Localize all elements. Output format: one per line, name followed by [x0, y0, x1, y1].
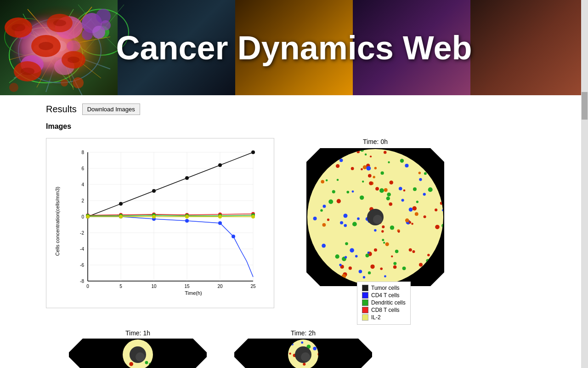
- svg-text:-6: -6: [80, 263, 84, 268]
- scrollbar[interactable]: [581, 0, 588, 368]
- svg-text:Time(h): Time(h): [185, 290, 202, 296]
- legend: Tumor cells CD4 T cells Dendritic cells …: [357, 282, 411, 325]
- svg-text:-8: -8: [80, 279, 84, 284]
- legend-item-cd4: CD4 T cells: [362, 292, 406, 299]
- time1-label: Time: 1h: [125, 329, 150, 337]
- svg-point-51: [68, 57, 79, 63]
- results-header: Results Download Images: [46, 100, 542, 115]
- legend-item-cd8: CD8 T cells: [362, 307, 406, 313]
- svg-point-121: [218, 215, 222, 218]
- svg-text:0: 0: [81, 214, 84, 219]
- svg-point-43: [11, 24, 25, 31]
- svg-text:15: 15: [184, 284, 190, 289]
- svg-point-95: [152, 189, 156, 193]
- simulation-canvas-2: [234, 339, 372, 368]
- svg-point-122: [251, 215, 255, 218]
- time2-panel: Time: 2h: [234, 329, 372, 368]
- simulation-canvas-1: [69, 339, 207, 368]
- svg-point-119: [152, 215, 156, 218]
- legend-color-cd8: [362, 307, 368, 313]
- svg-text:2: 2: [81, 198, 84, 203]
- svg-text:-4: -4: [80, 247, 84, 252]
- svg-point-120: [185, 215, 189, 218]
- svg-text:0: 0: [86, 284, 89, 289]
- time0-label: Time: 0h: [363, 138, 388, 145]
- simulation-panel: Time: 0h Tumor cells CD4 T cells Dendrit…: [297, 138, 444, 325]
- svg-text:6: 6: [81, 166, 84, 171]
- svg-text:20: 20: [217, 284, 223, 289]
- site-title: Cancer Dynamics Web: [116, 29, 472, 67]
- images-section-title: Images: [46, 122, 542, 131]
- legend-color-cd4: [362, 292, 368, 299]
- svg-point-104: [232, 235, 235, 238]
- svg-point-117: [86, 215, 90, 218]
- svg-point-45: [39, 42, 53, 50]
- svg-text:-2: -2: [80, 230, 84, 236]
- bottom-images-row: Time: 1h Time: 2h: [69, 329, 542, 368]
- time2-label: Time: 2h: [291, 329, 316, 337]
- svg-point-118: [119, 215, 123, 218]
- svg-point-103: [218, 221, 222, 225]
- svg-point-96: [185, 176, 189, 180]
- svg-text:4: 4: [81, 182, 84, 187]
- page-header: Cancer Dynamics Web: [0, 0, 588, 95]
- legend-label-dendritic: Dendritic cells: [371, 299, 406, 306]
- line-chart: Cells concentration(cells/mm3) Time(h): [46, 138, 274, 308]
- legend-item-dendritic: Dendritic cells: [362, 299, 406, 306]
- svg-text:8: 8: [81, 150, 84, 155]
- legend-label-il2: IL-2: [371, 314, 381, 321]
- svg-point-56: [101, 20, 111, 30]
- svg-text:25: 25: [250, 284, 256, 289]
- results-title: Results: [46, 104, 77, 115]
- header-panel-5: [470, 0, 588, 95]
- legend-item-il2: IL-2: [362, 314, 406, 321]
- svg-point-58: [9, 83, 18, 92]
- svg-point-57: [73, 77, 84, 88]
- svg-text:10: 10: [151, 284, 157, 289]
- legend-label-cd8: CD8 T cells: [371, 307, 400, 313]
- svg-point-94: [119, 202, 123, 206]
- legend-label-cd4: CD4 T cells: [371, 292, 400, 299]
- scrollbar-thumb[interactable]: [582, 92, 588, 120]
- svg-point-97: [218, 163, 222, 167]
- svg-text:5: 5: [119, 284, 122, 289]
- legend-label-tumor: Tumor cells: [371, 285, 400, 291]
- svg-point-55: [82, 29, 93, 40]
- svg-point-102: [185, 219, 189, 223]
- svg-point-59: [61, 79, 68, 86]
- chart-svg: Cells concentration(cells/mm3) Time(h): [51, 143, 271, 299]
- legend-color-dendritic: [362, 299, 368, 306]
- time1-panel: Time: 1h: [69, 329, 207, 368]
- legend-item-tumor: Tumor cells: [362, 285, 406, 291]
- svg-point-98: [251, 150, 255, 154]
- legend-color-il2: [362, 314, 368, 321]
- main-content: Results Download Images Images Cells con…: [0, 95, 588, 368]
- svg-point-47: [21, 68, 34, 75]
- simulation-canvas-0: [306, 148, 444, 286]
- legend-color-tumor: [362, 285, 368, 291]
- svg-point-49: [53, 20, 66, 26]
- download-images-button[interactable]: Download Images: [82, 104, 140, 115]
- svg-text:Cells concentration(cells/mm3): Cells concentration(cells/mm3): [55, 187, 60, 256]
